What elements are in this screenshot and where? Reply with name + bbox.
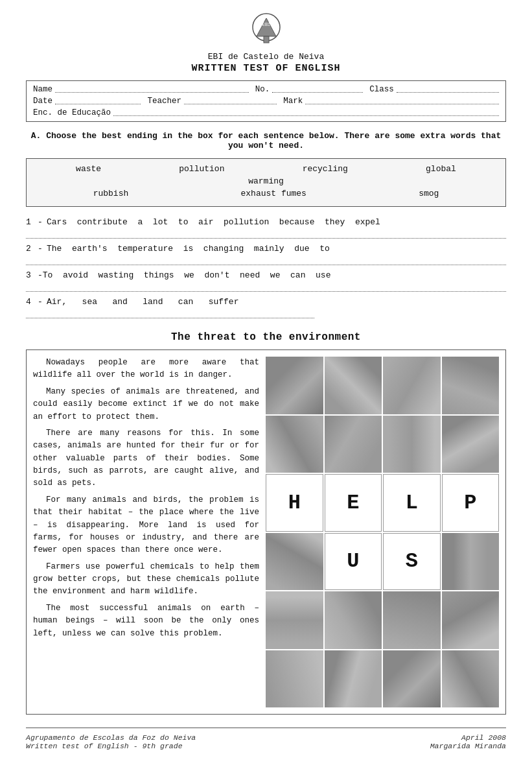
animal-cell-18	[442, 650, 500, 708]
animal-cell-13	[383, 591, 441, 649]
section-a-instruction: A. Choose the best ending in the box for…	[26, 131, 506, 150]
word-global: global	[426, 164, 456, 174]
date-label: Date	[33, 97, 52, 106]
animal-cell-5	[266, 416, 323, 473]
sentence-4-number: 4	[26, 297, 35, 307]
date-row: Date Teacher Mark	[33, 97, 499, 106]
no-field: No.	[255, 85, 363, 94]
footer-author: Margarida Miranda	[430, 742, 506, 750]
sentence-2-answer-line	[26, 256, 506, 265]
reading-para-4: For many animals and birds, the problem …	[33, 494, 259, 557]
mark-label: Mark	[283, 97, 303, 106]
class-field: Class	[369, 85, 499, 94]
animal-cell-15	[266, 650, 323, 708]
page-footer: Agrupamento de Escolas da Foz do Neiva W…	[26, 728, 506, 750]
animal-cell-3	[383, 357, 441, 414]
sentence-3-number: 3	[26, 270, 35, 280]
animal-cell-1	[266, 357, 323, 414]
test-title: WRITTEN TEST OF ENGLISH	[26, 63, 506, 74]
enc-row: Enc. de Educação	[33, 108, 499, 117]
word-row-2: warming	[37, 176, 495, 186]
sentence-2-text: The earth's temperature is changing main…	[47, 244, 330, 254]
name-row: Name No. Class	[33, 85, 499, 94]
sentences-section: 1 - Cars contribute a lot to air polluti…	[26, 217, 506, 318]
word-row-1: waste pollution recycling global	[37, 164, 495, 174]
sentence-2-number: 2	[26, 244, 35, 254]
teacher-dots	[184, 97, 277, 104]
footer-date: April 2008	[430, 733, 506, 742]
word-row-3: rubbish exhaust fumes smog	[37, 189, 495, 198]
help-letter-u: U	[325, 533, 382, 591]
sentence-1-answer-line	[26, 230, 506, 239]
reading-para-3: There are many reasons for this. In some…	[33, 427, 259, 490]
animal-grid: H E L P U S	[266, 357, 499, 707]
reading-para-1: Nowadays people are more aware that wild…	[33, 357, 259, 382]
word-warming: warming	[248, 176, 284, 186]
enc-dots	[113, 108, 499, 116]
sentence-1-text: Cars contribute a lot to air pollution b…	[47, 217, 380, 227]
help-letter-p: P	[442, 474, 500, 532]
footer-school: Agrupamento de Escolas da Foz do Neiva	[26, 733, 196, 742]
date-dots	[55, 97, 141, 104]
sentence-4-answer-line	[26, 309, 314, 318]
name-dots	[55, 85, 249, 93]
word-smog: smog	[419, 189, 439, 198]
animal-cell-9	[266, 533, 323, 591]
sentence-3-answer-line	[26, 283, 506, 292]
word-pollution: pollution	[179, 164, 224, 174]
student-info-box: Name No. Class Date Teacher Mark Enc. de…	[26, 80, 506, 122]
sentence-1: 1 - Cars contribute a lot to air polluti…	[26, 217, 506, 227]
reading-section-title: The threat to the environment	[26, 331, 506, 343]
no-dots	[272, 85, 363, 93]
page-header: EBI EBI de Castelo de Neiva WRITTEN TEST…	[26, 13, 506, 74]
sentence-4: 4 - Air, sea and land can suffer	[26, 297, 506, 307]
school-name: EBI de Castelo de Neiva	[26, 52, 506, 62]
animal-cell-14	[442, 591, 500, 649]
reading-para-5: Farmers use powerful chemicals to help t…	[33, 561, 259, 598]
sentence-4-text: Air, sea and land can suffer	[47, 297, 238, 307]
word-rubbish: rubbish	[93, 189, 129, 198]
animal-cell-12	[325, 591, 382, 649]
animal-cell-4	[442, 357, 500, 414]
sentence-3: 3 -To avoid wasting things we don't need…	[26, 270, 506, 280]
reading-para-6: The most successful animals on earth – h…	[33, 602, 259, 640]
help-letter-e: E	[325, 474, 382, 532]
enc-label: Enc. de Educação	[33, 108, 111, 117]
mark-dots	[305, 97, 499, 104]
date-field: Date	[33, 97, 141, 106]
teacher-label: Teacher	[147, 97, 181, 106]
name-field: Name	[33, 85, 249, 94]
school-logo: EBI	[247, 13, 286, 49]
footer-right: April 2008 Margarida Miranda	[430, 733, 506, 750]
footer-left: Agrupamento de Escolas da Foz do Neiva W…	[26, 733, 196, 750]
name-label: Name	[33, 85, 52, 94]
animal-cell-10	[442, 533, 500, 591]
svg-marker-1	[257, 18, 276, 36]
animal-cell-6	[325, 416, 382, 473]
sentence-2: 2 - The earth's temperature is changing …	[26, 244, 506, 254]
footer-test-info: Written test of English - 9th grade	[26, 742, 196, 750]
help-letter-h: H	[266, 474, 323, 532]
animal-cell-17	[383, 650, 441, 708]
teacher-field: Teacher	[147, 97, 277, 106]
reading-image-grid: H E L P U S	[266, 357, 499, 707]
animal-cell-8	[442, 416, 500, 473]
sentence-1-number: 1	[26, 217, 35, 227]
animal-cell-7	[383, 416, 441, 473]
help-letter-l: L	[383, 474, 441, 532]
mark-field: Mark	[283, 97, 499, 106]
animal-cell-11	[266, 591, 323, 649]
help-letter-s: S	[383, 533, 441, 591]
reading-para-2: Many species of animals are threatened, …	[33, 386, 259, 423]
reading-box: Nowadays people are more aware that wild…	[26, 349, 506, 715]
svg-text:EBI: EBI	[262, 22, 270, 27]
enc-field: Enc. de Educação	[33, 108, 499, 117]
svg-rect-2	[264, 36, 269, 43]
word-box: waste pollution recycling global warming…	[26, 158, 506, 207]
animal-cell-2	[325, 357, 382, 414]
class-dots	[397, 85, 499, 93]
word-exhaust: exhaust fumes	[240, 189, 306, 198]
word-waste: waste	[76, 164, 101, 174]
word-recycling: recycling	[303, 164, 348, 174]
reading-text: Nowadays people are more aware that wild…	[33, 357, 259, 707]
